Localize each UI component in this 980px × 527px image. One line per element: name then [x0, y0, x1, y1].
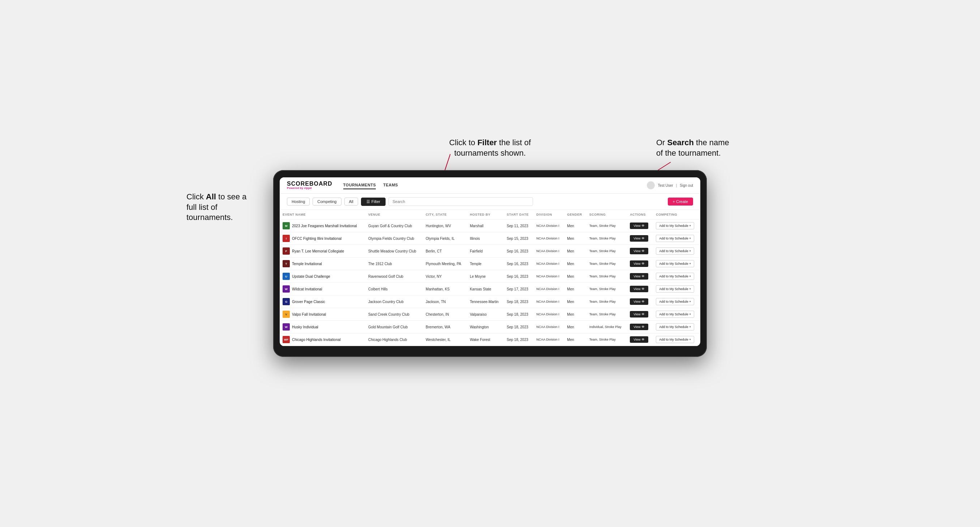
- add-schedule-button-0[interactable]: Add to My Schedule +: [656, 222, 694, 229]
- search-input[interactable]: [388, 197, 533, 206]
- city-state-7: Chesterton, IN: [423, 308, 467, 321]
- eye-icon-6: 👁: [641, 300, 645, 303]
- nav-teams[interactable]: TEAMS: [383, 181, 398, 189]
- view-button-3[interactable]: View 👁: [630, 260, 648, 267]
- table-container: EVENT NAME VENUE CITY, STATE HOSTED BY S…: [280, 210, 700, 346]
- view-button-2[interactable]: View 👁: [630, 248, 648, 254]
- hosted-by-8: Washington: [467, 321, 504, 333]
- filter-bar: Hosting Competing All ☰ Filter + Create: [280, 194, 700, 210]
- eye-icon-0: 👁: [641, 224, 645, 227]
- scoring-1: Team, Stroke Play: [587, 232, 627, 245]
- division-7: NCAA Division I: [533, 308, 564, 321]
- city-state-5: Manhattan, KS: [423, 283, 467, 295]
- scoring-5: Team, Stroke Play: [587, 283, 627, 295]
- start-date-4: Sep 16, 2023: [504, 270, 533, 283]
- view-button-1[interactable]: View 👁: [630, 235, 648, 242]
- add-schedule-button-9[interactable]: Add to My Schedule +: [656, 336, 694, 343]
- event-name-4: Upstate Dual Challenge: [292, 275, 330, 278]
- start-date-9: Sep 18, 2023: [504, 333, 533, 346]
- col-city-state: CITY, STATE: [423, 210, 467, 220]
- filter-button[interactable]: ☰ Filter: [361, 198, 385, 206]
- start-date-2: Sep 16, 2023: [504, 245, 533, 257]
- event-name-cell-1: I OFCC Fighting Illini Invitational: [280, 232, 365, 245]
- start-date-1: Sep 15, 2023: [504, 232, 533, 245]
- eye-icon-1: 👁: [641, 237, 645, 240]
- view-button-9[interactable]: View 👁: [630, 336, 648, 343]
- view-button-0[interactable]: View 👁: [630, 222, 648, 229]
- add-schedule-button-8[interactable]: Add to My Schedule +: [656, 323, 694, 330]
- add-schedule-button-7[interactable]: Add to My Schedule +: [656, 311, 694, 318]
- add-schedule-button-4[interactable]: Add to My Schedule +: [656, 273, 694, 280]
- add-schedule-button-5[interactable]: Add to My Schedule +: [656, 285, 694, 292]
- add-schedule-button-3[interactable]: Add to My Schedule +: [656, 260, 694, 267]
- venue-9: Chicago Highlands Club: [365, 333, 423, 346]
- add-schedule-button-2[interactable]: Add to My Schedule +: [656, 248, 694, 255]
- add-schedule-button-1[interactable]: Add to My Schedule +: [656, 235, 694, 242]
- actions-cell-9: View 👁: [627, 333, 653, 346]
- gender-5: Men: [564, 283, 587, 295]
- event-name-cell-5: W Wildcat Invitational: [280, 283, 365, 295]
- view-button-6[interactable]: View 👁: [630, 298, 648, 305]
- tablet-screen: SCOREBOARD Powered by clppd TOURNAMENTS …: [280, 177, 700, 346]
- hosted-by-9: Wake Forest: [467, 333, 504, 346]
- scoring-0: Team, Stroke Play: [587, 220, 627, 232]
- city-state-8: Bremerton, WA: [423, 321, 467, 333]
- view-button-4[interactable]: View 👁: [630, 273, 648, 279]
- competing-cell-0: Add to My Schedule +: [653, 220, 700, 232]
- table-row: T Temple Invitational The 1912 Club Plym…: [280, 257, 700, 270]
- event-name-cell-8: W Husky Individual: [280, 321, 365, 333]
- venue-5: Colbert Hills: [365, 283, 423, 295]
- venue-7: Sand Creek Country Club: [365, 308, 423, 321]
- venue-3: The 1912 Club: [365, 257, 423, 270]
- view-button-8[interactable]: View 👁: [630, 324, 648, 330]
- event-name-5: Wildcat Invitational: [292, 287, 322, 291]
- tournaments-table: EVENT NAME VENUE CITY, STATE HOSTED BY S…: [280, 210, 700, 346]
- division-6: NCAA Division I: [533, 295, 564, 308]
- competing-cell-6: Add to My Schedule +: [653, 295, 700, 308]
- city-state-0: Huntington, WV: [423, 220, 467, 232]
- start-date-5: Sep 17, 2023: [504, 283, 533, 295]
- scoring-9: Team, Stroke Play: [587, 333, 627, 346]
- start-date-3: Sep 16, 2023: [504, 257, 533, 270]
- top-bar: SCOREBOARD Powered by clppd TOURNAMENTS …: [280, 177, 700, 194]
- create-button[interactable]: + Create: [668, 198, 694, 206]
- tablet-frame: SCOREBOARD Powered by clppd TOURNAMENTS …: [273, 170, 707, 357]
- col-event-name: EVENT NAME: [280, 210, 365, 220]
- add-schedule-button-6[interactable]: Add to My Schedule +: [656, 298, 694, 305]
- col-competing: COMPETING: [653, 210, 700, 220]
- gender-6: Men: [564, 295, 587, 308]
- team-logo-3: T: [283, 260, 290, 267]
- hosted-by-4: Le Moyne: [467, 270, 504, 283]
- competing-cell-3: Add to My Schedule +: [653, 257, 700, 270]
- tab-hosting[interactable]: Hosting: [287, 198, 310, 206]
- event-name-cell-7: V Valpo Fall Invitational: [280, 308, 365, 321]
- team-logo-1: I: [283, 235, 290, 242]
- view-button-5[interactable]: View 👁: [630, 286, 648, 292]
- team-logo-2: F: [283, 248, 290, 255]
- sign-out-link[interactable]: Sign out: [680, 184, 693, 187]
- tab-competing[interactable]: Competing: [313, 198, 341, 206]
- col-start-date: START DATE: [504, 210, 533, 220]
- event-name-1: OFCC Fighting Illini Invitational: [292, 237, 342, 241]
- competing-cell-5: Add to My Schedule +: [653, 283, 700, 295]
- table-row: G Grover Page Classic Jackson Country Cl…: [280, 295, 700, 308]
- table-row: W Wildcat Invitational Colbert Hills Man…: [280, 283, 700, 295]
- eye-icon-3: 👁: [641, 262, 645, 265]
- annotation-left: Click All to see a full list of tourname…: [186, 192, 259, 223]
- separator: |: [676, 184, 677, 187]
- venue-6: Jackson Country Club: [365, 295, 423, 308]
- col-hosted-by: HOSTED BY: [467, 210, 504, 220]
- logo-scoreboard: SCOREBOARD: [287, 181, 332, 187]
- nav-links: TOURNAMENTS TEAMS: [343, 181, 636, 189]
- tab-all[interactable]: All: [344, 198, 358, 206]
- view-button-7[interactable]: View 👁: [630, 311, 648, 317]
- gender-8: Men: [564, 321, 587, 333]
- actions-cell-3: View 👁: [627, 257, 653, 270]
- nav-tournaments[interactable]: TOURNAMENTS: [343, 181, 376, 189]
- division-2: NCAA Division I: [533, 245, 564, 257]
- page-wrapper: Click to Filter the list oftournaments s…: [273, 170, 707, 357]
- event-name-0: 2023 Joe Feaganes Marshall Invitational: [292, 224, 357, 228]
- event-name-7: Valpo Fall Invitational: [292, 313, 326, 316]
- actions-cell-1: View 👁: [627, 232, 653, 245]
- competing-cell-2: Add to My Schedule +: [653, 245, 700, 257]
